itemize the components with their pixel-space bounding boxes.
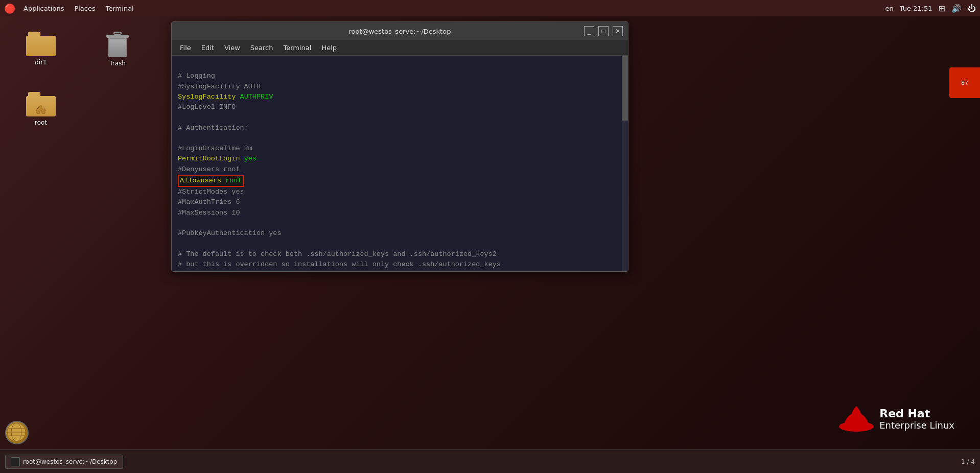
desktop-icon-root-label: root	[33, 119, 49, 127]
line-maxauthtries: #MaxAuthTries 6	[178, 198, 240, 206]
menu-applications[interactable]: Applications	[18, 3, 69, 14]
svg-marker-0	[36, 105, 46, 113]
globe-svg	[6, 422, 27, 442]
top-bar-right: en Tue 21:51 ⊞ 🔊 ⏻	[885, 4, 976, 13]
line-syslogfacility-auth: #SyslogFacility AUTH	[178, 83, 261, 90]
desktop: dir1 Trash root root@westos_serve:~/Desk…	[0, 16, 980, 450]
menu-help[interactable]: Help	[317, 42, 341, 53]
taskbar-pager: 1 / 4	[961, 458, 975, 465]
line-auth-comment: # Authentication:	[178, 124, 248, 132]
line-syslogfacility-authpriv: SyslogFacility AUTHPRIV	[178, 93, 273, 101]
terminal-content[interactable]: # Logging #SyslogFacility AUTH SyslogFac…	[172, 56, 628, 271]
desktop-icon-trash[interactable]: Trash	[97, 32, 138, 67]
terminal-text-body: # Logging #SyslogFacility AUTH SyslogFac…	[178, 61, 622, 271]
user-icon[interactable]	[5, 421, 29, 444]
menu-terminal[interactable]: Terminal	[279, 42, 315, 53]
redhat-logo-icon: 🔴	[4, 3, 15, 14]
minimize-button[interactable]: _	[584, 26, 594, 36]
folder-body-root	[26, 96, 56, 116]
close-button[interactable]: ✕	[613, 26, 623, 36]
taskbar-terminal-icon	[11, 457, 20, 466]
folder-icon-dir1	[26, 32, 56, 56]
line-permitrootlogin: PermitRootLogin yes	[178, 155, 256, 162]
line-overridden-comment: # but this is overridden so installation…	[178, 261, 501, 268]
redhat-hat-svg	[838, 404, 874, 434]
redhat-line2: Enterprise Linux	[879, 420, 954, 431]
terminal-scrollbar[interactable]	[622, 56, 628, 271]
menu-view[interactable]: View	[220, 42, 244, 53]
line-loglevel: #LogLevel INFO	[178, 103, 236, 111]
folder-body	[26, 36, 56, 56]
folder-icon-root	[26, 92, 56, 116]
notification-count: 87	[961, 80, 968, 86]
line-denyusers: #Denyusers root	[178, 165, 240, 173]
notification-badge[interactable]: 87	[949, 67, 980, 98]
terminal-menubar: File Edit View Search Terminal Help	[172, 40, 628, 56]
menu-file[interactable]: File	[176, 42, 195, 53]
line-authorizedkeysfile: AuthorizedKeysFile .ssh/authorized_keys	[178, 271, 360, 271]
menu-search[interactable]: Search	[246, 42, 277, 53]
taskbar-item-label: root@westos_serve:~/Desktop	[23, 458, 118, 465]
redhat-text: Red Hat Enterprise Linux	[879, 407, 954, 431]
terminal-titlebar: root@westos_serve:~/Desktop _ □ ✕	[172, 22, 628, 40]
line-allowusers: Allowusers root	[178, 177, 244, 184]
terminal-title: root@westos_serve:~/Desktop	[349, 28, 451, 35]
redhat-branding: Red Hat Enterprise Linux	[838, 404, 954, 434]
network-icon[interactable]: ⊞	[939, 4, 945, 13]
volume-icon[interactable]: 🔊	[951, 4, 962, 13]
desktop-icon-root[interactable]: root	[20, 92, 61, 127]
desktop-icon-dir1[interactable]: dir1	[20, 32, 61, 66]
line-default-comment: # The default is to check both .ssh/auth…	[178, 250, 497, 258]
terminal-scrollbar-thumb[interactable]	[622, 56, 628, 121]
line-pubkeyauth: #PubkeyAuthentication yes	[178, 229, 282, 237]
clock: Tue 21:51	[900, 5, 932, 12]
locale-indicator: en	[885, 5, 894, 12]
maximize-button[interactable]: □	[598, 26, 609, 36]
trash-body	[108, 38, 127, 57]
taskbar: root@westos_serve:~/Desktop 1 / 4	[0, 450, 980, 473]
terminal-window: root@westos_serve:~/Desktop _ □ ✕ File E…	[171, 21, 628, 272]
desktop-icon-trash-label: Trash	[107, 59, 128, 67]
line-maxsessions: #MaxSessions 10	[178, 209, 240, 217]
redhat-line1: Red Hat	[879, 407, 954, 420]
desktop-icon-dir1-label: dir1	[33, 58, 49, 66]
terminal-controls: _ □ ✕	[584, 26, 623, 36]
trash-icon	[106, 32, 129, 57]
line-logingraceime: #LoginGraceTime 2m	[178, 145, 252, 152]
top-bar-left: 🔴 Applications Places Terminal	[4, 3, 139, 14]
home-symbol	[35, 104, 47, 114]
top-menubar: 🔴 Applications Places Terminal en Tue 21…	[0, 0, 980, 16]
menu-terminal[interactable]: Terminal	[101, 3, 139, 14]
taskbar-terminal-item[interactable]: root@westos_serve:~/Desktop	[5, 455, 123, 469]
power-icon[interactable]: ⏻	[968, 4, 976, 13]
line-strictmodes: #StrictModes yes	[178, 188, 244, 196]
line-logging-comment: # Logging	[178, 72, 215, 80]
menu-edit[interactable]: Edit	[197, 42, 218, 53]
menu-places[interactable]: Places	[69, 3, 100, 14]
